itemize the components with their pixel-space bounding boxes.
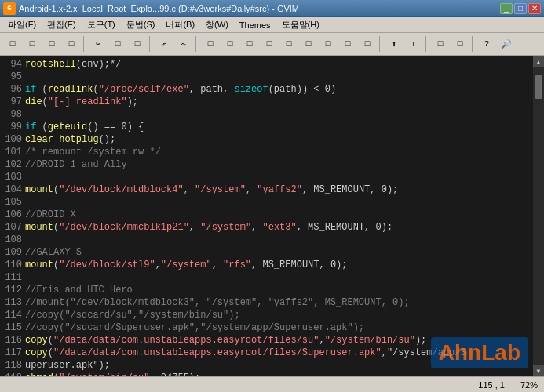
line-number-117: 117 <box>0 347 22 359</box>
status-bar: 115 , 1 72% <box>0 376 544 392</box>
line-number-100: 100 <box>0 133 22 146</box>
line-number-94: 94 <box>0 58 22 71</box>
toolbar-button-1[interactable]: □ <box>23 35 42 53</box>
code-line-103 <box>25 171 533 183</box>
code-line-96: if (readlink("/proc/self/exe", path, siz… <box>25 83 533 96</box>
line-number-115: 115 <box>0 321 22 334</box>
code-line-109: //GALAXY S <box>25 246 533 259</box>
toolbar-button-19[interactable]: □ <box>338 35 357 53</box>
toolbar-button-12[interactable]: □ <box>201 35 220 53</box>
code-line-105 <box>25 196 533 209</box>
menu-item-f[interactable]: 파일(F) <box>3 18 41 31</box>
code-line-101: /* remount /system rw */ <box>25 146 533 158</box>
toolbar-button-5[interactable]: ✂ <box>89 35 108 53</box>
line-number-99: 99 <box>0 121 22 133</box>
code-line-95 <box>25 71 533 83</box>
code-line-97: die("[-] readlink"); <box>25 96 533 108</box>
code-line-119: chmod("/system/bin/su", 04755); <box>25 372 533 376</box>
line-number-107: 107 <box>0 221 22 234</box>
code-line-100: clear_hotplug(); <box>25 133 533 146</box>
code-line-113: //mount("/dev/block/mtdblock3", "/system… <box>25 296 533 309</box>
menu-item-s[interactable]: 문법(S) <box>122 18 160 31</box>
toolbar-button-16[interactable]: □ <box>279 35 298 53</box>
toolbar: □□□□✂□□↶↷□□□□□□□□□⬆⬇□□?🔎 <box>0 33 544 56</box>
line-number-95: 95 <box>0 71 22 83</box>
scroll-track <box>533 67 544 365</box>
line-number-102: 102 <box>0 158 22 171</box>
menu-item-e[interactable]: 편집(E) <box>42 18 81 31</box>
toolbar-button-7[interactable]: □ <box>128 35 147 53</box>
menu-item-w[interactable]: 창(W) <box>201 18 233 31</box>
maximize-button[interactable]: □ <box>514 3 527 14</box>
toolbar-button-20[interactable]: □ <box>358 35 377 53</box>
scroll-down-button[interactable]: ▼ <box>533 365 544 376</box>
menu-item-h[interactable]: 도움말(H) <box>277 18 324 31</box>
watermark-text1: Ahn <box>439 340 481 365</box>
toolbar-button-26[interactable]: □ <box>451 35 469 53</box>
menu-item-b[interactable]: 버퍼(B) <box>161 18 199 31</box>
menu-item-t[interactable]: 도구(T) <box>82 18 120 31</box>
code-line-112: //Eris and HTC Hero <box>25 284 533 296</box>
line-number-110: 110 <box>0 259 22 271</box>
code-line-110: mount("/dev/block/stl9","/system", "rfs"… <box>25 259 533 271</box>
toolbar-button-25[interactable]: □ <box>431 35 450 53</box>
scroll-thumb[interactable] <box>535 75 542 99</box>
code-line-104: mount("/dev/block/mtdblock4", "/system",… <box>25 183 533 196</box>
code-line-106: //DROID X <box>25 209 533 221</box>
toolbar-button-3[interactable]: □ <box>62 35 81 53</box>
line-number-104: 104 <box>0 183 22 196</box>
toolbar-button-0[interactable]: □ <box>3 35 22 53</box>
scroll-percent: 72% <box>520 380 538 390</box>
toolbar-button-18[interactable]: □ <box>319 35 338 53</box>
toolbar-separator <box>83 36 86 52</box>
toolbar-separator <box>149 36 152 52</box>
code-line-102: //DROID 1 and Ally <box>25 158 533 171</box>
toolbar-button-22[interactable]: ⬆ <box>385 35 403 53</box>
scroll-up-button[interactable]: ▲ <box>533 56 544 67</box>
toolbar-separator <box>472 36 475 52</box>
title-left: G Android-1.x-2.x_Local_Root_Explo...99.… <box>3 2 299 15</box>
toolbar-button-2[interactable]: □ <box>42 35 61 53</box>
menu-bar: 파일(F)편집(E)도구(T)문법(S)버퍼(B)창(W)Themes도움말(H… <box>0 17 544 33</box>
toolbar-button-23[interactable]: ⬇ <box>404 35 423 53</box>
close-button[interactable]: ✕ <box>528 3 541 14</box>
code-line-94: rootshell(env);*/ <box>25 58 533 71</box>
toolbar-button-6[interactable]: □ <box>108 35 127 53</box>
line-number-106: 106 <box>0 209 22 221</box>
code-line-107: mount("/dev/block/mmcblk1p21", "/system"… <box>25 221 533 234</box>
line-number-105: 105 <box>0 196 22 209</box>
toolbar-button-15[interactable]: □ <box>260 35 279 53</box>
toolbar-button-17[interactable]: □ <box>299 35 318 53</box>
code-line-108 <box>25 234 533 246</box>
watermark: AhnLab <box>431 337 528 368</box>
toolbar-button-28[interactable]: ? <box>477 35 496 53</box>
line-number-98: 98 <box>0 108 22 121</box>
toolbar-button-13[interactable]: □ <box>221 35 239 53</box>
minimize-button[interactable]: _ <box>500 3 513 14</box>
toolbar-button-29[interactable]: 🔎 <box>497 35 516 53</box>
line-number-116: 116 <box>0 334 22 347</box>
watermark-text2: Lab <box>481 340 520 365</box>
line-number-118: 118 <box>0 359 22 372</box>
line-number-97: 97 <box>0 96 22 108</box>
title-bar: G Android-1.x-2.x_Local_Root_Explo...99.… <box>0 0 544 17</box>
toolbar-button-9[interactable]: ↶ <box>155 35 173 53</box>
toolbar-separator <box>379 36 382 52</box>
scrollbar[interactable]: ▲ ▼ <box>533 56 544 376</box>
line-numbers: 9495969798991001011021031041051061071081… <box>0 56 25 376</box>
toolbar-separator <box>195 36 199 52</box>
title-buttons: _ □ ✕ <box>500 3 541 14</box>
toolbar-button-14[interactable]: □ <box>240 35 259 53</box>
editor-container: 9495969798991001011021031041051061071081… <box>0 56 544 376</box>
line-number-119: 119 <box>0 372 22 376</box>
line-number-112: 112 <box>0 284 22 296</box>
code-line-98 <box>25 108 533 121</box>
app-icon: G <box>3 2 16 15</box>
menu-item-themes[interactable]: Themes <box>235 20 276 31</box>
line-number-108: 108 <box>0 234 22 246</box>
line-number-111: 111 <box>0 271 22 284</box>
toolbar-button-10[interactable]: ↷ <box>174 35 193 53</box>
code-line-111 <box>25 271 533 284</box>
code-area[interactable]: rootshell(env);*/if (readlink("/proc/sel… <box>25 56 533 376</box>
code-line-115: //copy("/sdcard/Superuser.apk","/system/… <box>25 321 533 334</box>
